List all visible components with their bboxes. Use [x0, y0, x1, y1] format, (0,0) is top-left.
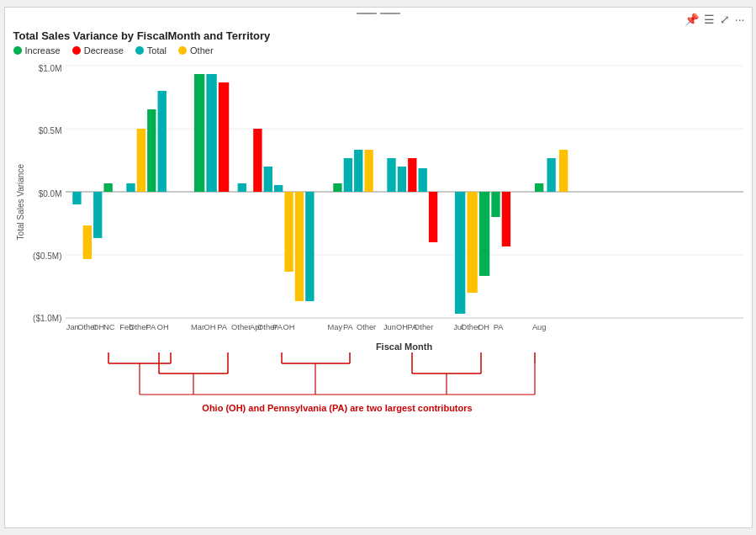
svg-text:PA: PA [217, 323, 228, 331]
bar [501, 192, 510, 246]
total-dot [135, 46, 144, 55]
svg-text:Aug: Aug [531, 323, 546, 331]
svg-text:Other: Other [356, 323, 375, 331]
bar [418, 168, 426, 192]
svg-text:NC: NC [103, 323, 114, 331]
y-tick-2: $0.5M [39, 126, 62, 135]
svg-text:Mar: Mar [191, 323, 204, 331]
bar [193, 74, 204, 192]
y-tick-4: ($0.5M) [33, 252, 61, 261]
bar [454, 192, 464, 314]
svg-text:Jun: Jun [383, 323, 395, 331]
bar [478, 192, 489, 276]
bar [333, 183, 341, 192]
filter-icon[interactable]: ☰ [704, 13, 715, 26]
y-axis-label: Total Sales Variance [16, 164, 25, 240]
svg-text:PA: PA [342, 323, 353, 331]
decrease-dot [72, 46, 81, 55]
bar [206, 74, 216, 192]
chart-plot-area: Jan Other OH NC Feb Other PA OH Mar OH P… [66, 59, 743, 345]
chart-card: 📌 ☰ ⤢ ··· Total Sales Variance by Fiscal… [4, 7, 753, 528]
bar [103, 183, 112, 192]
y-tick-3: $0.0M [39, 189, 62, 199]
svg-text:May: May [327, 323, 342, 331]
more-icon[interactable]: ··· [735, 13, 745, 26]
legend-other: Other [178, 45, 214, 56]
decrease-label: Decrease [84, 45, 124, 56]
bar [93, 192, 102, 238]
bar [467, 192, 477, 293]
bar [136, 129, 145, 192]
bar [237, 183, 246, 192]
bar [491, 192, 500, 217]
bar [387, 158, 395, 192]
bar [397, 167, 405, 192]
top-icons: 📌 ☰ ⤢ ··· [685, 13, 745, 26]
bar [157, 91, 166, 192]
bar [354, 150, 362, 192]
bar [558, 150, 567, 192]
svg-text:PA: PA [272, 323, 283, 331]
y-tick-5: ($1.0M) [33, 314, 61, 323]
svg-text:OH: OH [156, 323, 168, 331]
bar [147, 109, 156, 192]
svg-text:OH: OH [283, 323, 294, 331]
bar [72, 192, 81, 204]
svg-text:OH: OH [395, 323, 407, 331]
bar [364, 150, 373, 192]
legend-decrease: Decrease [72, 45, 124, 56]
expand-icon[interactable]: ⤢ [720, 13, 730, 26]
bar [294, 192, 303, 301]
bar [547, 158, 555, 192]
bar [274, 185, 283, 192]
annotation-text: Ohio (OH) and Pennsylvania (PA) are two … [202, 403, 472, 413]
bar [305, 192, 314, 301]
bar [284, 192, 293, 272]
bar [343, 158, 352, 192]
bar [408, 158, 416, 192]
pin-icon[interactable]: 📌 [685, 13, 699, 26]
legend-increase: Increase [13, 45, 61, 56]
bar [82, 225, 91, 259]
legend: Increase Decrease Total Other [13, 45, 743, 56]
svg-text:PA: PA [145, 323, 156, 331]
svg-text:Other: Other [414, 323, 433, 331]
annotation-area: Ohio (OH) and Pennsylvania (PA) are two … [66, 348, 743, 420]
bar [218, 82, 228, 192]
svg-text:PA: PA [493, 323, 504, 331]
other-dot [178, 46, 187, 55]
bar [253, 129, 262, 192]
bar [126, 183, 135, 192]
bar [263, 167, 272, 192]
svg-text:Other: Other [231, 323, 251, 331]
chart-title: Total Sales Variance by FiscalMonth and … [13, 29, 743, 42]
drag-handle [357, 13, 400, 14]
svg-text:OH: OH [478, 323, 489, 331]
total-label: Total [147, 45, 167, 56]
bar [535, 183, 543, 192]
legend-total: Total [135, 45, 167, 56]
bar [428, 192, 436, 242]
other-label: Other [190, 45, 214, 56]
svg-text:OH: OH [204, 323, 215, 331]
y-tick-1: $1.0M [39, 64, 62, 73]
chart-svg: Jan Other OH NC Feb Other PA OH Mar OH P… [66, 59, 743, 345]
annotation-svg: Ohio (OH) and Pennsylvania (PA) are two … [66, 348, 743, 420]
increase-label: Increase [25, 45, 61, 56]
increase-dot [13, 46, 22, 55]
